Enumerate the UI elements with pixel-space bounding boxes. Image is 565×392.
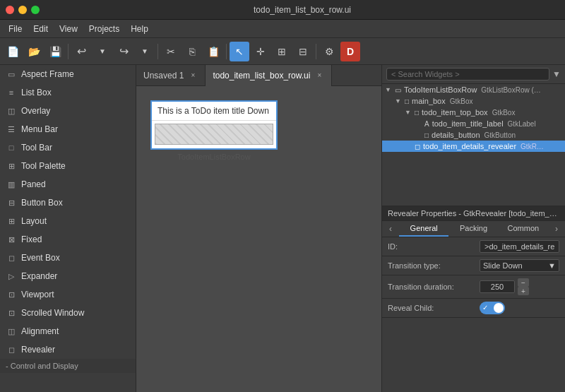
sidebar-item-event-box[interactable]: ◻ Event Box bbox=[0, 249, 136, 267]
new-icon[interactable]: 📄 bbox=[3, 42, 23, 61]
sidebar-item-label: Paned bbox=[21, 179, 46, 189]
sidebar-item-label: Tool Bar bbox=[21, 143, 52, 153]
todo-item-widget: This is a ToDo item title Down bbox=[150, 100, 278, 150]
menu-view[interactable]: View bbox=[54, 23, 83, 35]
widget-title-text: This is a ToDo item title Down bbox=[152, 102, 276, 121]
menubar: File Edit View Projects Help bbox=[0, 20, 565, 38]
props-tab-general[interactable]: General bbox=[399, 221, 448, 237]
viewport-icon: ⊡ bbox=[6, 289, 17, 300]
tab-unsaved[interactable]: Unsaved 1 × bbox=[136, 65, 206, 86]
tool-bar-icon: □ bbox=[6, 142, 17, 153]
sidebar-item-revealer[interactable]: ◻ Revealer bbox=[0, 340, 136, 359]
prop-transition-duration-label: Transition duration: bbox=[388, 283, 480, 291]
window-controls[interactable] bbox=[6, 6, 40, 14]
sidebar-item-tool-bar[interactable]: □ Tool Bar bbox=[0, 138, 136, 157]
sidebar-section-control: - Control and Display bbox=[0, 359, 136, 373]
widget-search-input[interactable] bbox=[386, 68, 549, 81]
copy-icon[interactable]: ⎘ bbox=[182, 42, 202, 61]
open-icon[interactable]: 📂 bbox=[24, 42, 44, 61]
tree-item-title-label[interactable]: A todo_item_title_label GtkLabel bbox=[382, 118, 565, 129]
tree-item-type: GtkBox bbox=[492, 109, 516, 117]
sidebar-item-label: Event Box bbox=[21, 253, 60, 263]
menu-file[interactable]: File bbox=[3, 23, 28, 35]
sidebar-item-expander[interactable]: ▷ Expander bbox=[0, 267, 136, 285]
prop-reveal-child-toggle[interactable]: ✓ bbox=[480, 302, 505, 314]
gtk-icon[interactable]: ⚙ bbox=[319, 42, 339, 61]
cut-icon[interactable]: ✂ bbox=[161, 42, 181, 61]
tree-item-name: todo_item_title_label bbox=[432, 119, 504, 128]
tree-item-revealer[interactable]: ◻ todo_item_details_revealer GtkR… bbox=[382, 141, 565, 152]
widget-tree: ▼ ▼ ▭ TodoItemListBoxRow GtkListBoxRow (… bbox=[382, 65, 565, 206]
tab-close-main[interactable]: × bbox=[314, 71, 324, 81]
tree-item-details-button[interactable]: □ details_button GtkButton bbox=[382, 129, 565, 141]
sidebar-item-menu-bar[interactable]: ☰ Menu Bar bbox=[0, 120, 136, 138]
prop-transition-duration-input[interactable] bbox=[480, 280, 515, 293]
prop-id-input[interactable] bbox=[480, 240, 559, 253]
props-tab-packing[interactable]: Packing bbox=[448, 221, 498, 237]
save-icon[interactable]: 💾 bbox=[45, 42, 65, 61]
properties-panel: Revealer Properties - GtkRevealer [todo_… bbox=[382, 206, 565, 392]
sidebar-item-fixed[interactable]: ⊠ Fixed bbox=[0, 230, 136, 249]
sidebar-item-tool-palette[interactable]: ⊞ Tool Palette bbox=[0, 157, 136, 175]
tree-arrow[interactable]: ▼ bbox=[405, 109, 413, 116]
prop-transition-type-label: Transition type: bbox=[388, 261, 480, 270]
redo-dropdown-icon[interactable]: ▼ bbox=[135, 42, 155, 61]
sidebar-item-aspect-frame[interactable]: ▭ Aspect Frame bbox=[0, 65, 136, 83]
sidebar-item-list-box[interactable]: ≡ List Box bbox=[0, 83, 136, 102]
prop-stepper: − + bbox=[518, 278, 529, 295]
menu-projects[interactable]: Projects bbox=[83, 23, 125, 35]
sidebar-item-layout[interactable]: ⊞ Layout bbox=[0, 212, 136, 230]
tab-close-unsaved[interactable]: × bbox=[188, 71, 198, 81]
widget-preview: This is a ToDo item title Down TodoItemL… bbox=[150, 100, 278, 161]
tab-label: Unsaved 1 bbox=[143, 71, 184, 81]
box-icon: □ bbox=[405, 97, 409, 105]
box-icon: □ bbox=[415, 109, 419, 117]
prop-transition-type-select[interactable]: Slide Down ▼ bbox=[480, 259, 559, 272]
props-tab-next[interactable]: › bbox=[548, 221, 565, 237]
fixed-icon: ⊠ bbox=[6, 234, 17, 245]
sidebar-item-viewport[interactable]: ⊡ Viewport bbox=[0, 285, 136, 304]
step-plus-button[interactable]: + bbox=[518, 287, 529, 295]
close-button[interactable] bbox=[6, 6, 14, 14]
overlay-icon: ◫ bbox=[6, 105, 17, 117]
widget-class-label: TodoItemListBoxRow bbox=[177, 153, 250, 161]
sidebar-item-alignment[interactable]: ◫ Alignment bbox=[0, 322, 136, 340]
tab-main-file[interactable]: todo_item_list_box_row.ui × bbox=[206, 65, 332, 86]
group-icon[interactable]: ⊞ bbox=[272, 42, 292, 61]
window-title: todo_item_list_box_row.ui bbox=[45, 5, 559, 15]
sidebar-item-label: Button Box bbox=[21, 198, 63, 208]
sidebar-item-button-box[interactable]: ⊟ Button Box bbox=[0, 194, 136, 212]
prop-id-label: ID: bbox=[388, 242, 480, 251]
minimize-button[interactable] bbox=[18, 6, 27, 14]
sidebar-item-label: List Box bbox=[21, 88, 52, 97]
tree-arrow[interactable]: ▼ bbox=[385, 86, 393, 93]
menu-bar-icon: ☰ bbox=[6, 124, 17, 135]
sidebar-item-label: Viewport bbox=[21, 290, 54, 299]
widget-striped-area bbox=[155, 124, 273, 145]
move-icon[interactable]: ✛ bbox=[251, 42, 270, 61]
select-icon[interactable]: ↖ bbox=[230, 42, 249, 61]
step-minus-button[interactable]: − bbox=[518, 278, 529, 287]
maximize-button[interactable] bbox=[31, 6, 40, 14]
tree-item-root[interactable]: ▼ ▭ TodoItemListBoxRow GtkListBoxRow (… bbox=[382, 84, 565, 95]
menu-edit[interactable]: Edit bbox=[28, 23, 54, 35]
paste-icon[interactable]: 📋 bbox=[203, 42, 223, 61]
sidebar-item-label: Overlay bbox=[21, 106, 50, 116]
tree-search-dropdown-icon[interactable]: ▼ bbox=[552, 69, 561, 79]
undo-dropdown-icon[interactable]: ▼ bbox=[93, 42, 112, 61]
tree-item-top-box[interactable]: ▼ □ todo_item_top_box GtkBox bbox=[382, 107, 565, 118]
props-tab-common[interactable]: Common bbox=[499, 221, 548, 237]
redo-icon[interactable]: ↪ bbox=[114, 42, 133, 61]
menu-help[interactable]: Help bbox=[125, 23, 154, 35]
align-icon[interactable]: ⊟ bbox=[293, 42, 313, 61]
sidebar-item-scrolled-window[interactable]: ⊡ Scrolled Window bbox=[0, 304, 136, 322]
tree-arrow[interactable]: ▼ bbox=[395, 97, 403, 105]
design-canvas[interactable]: This is a ToDo item title Down TodoItemL… bbox=[136, 86, 381, 392]
tree-item-main-box[interactable]: ▼ □ main_box GtkBox bbox=[382, 95, 565, 107]
list-box-icon: ≡ bbox=[6, 87, 17, 98]
sidebar-item-paned[interactable]: ▥ Paned bbox=[0, 175, 136, 194]
sidebar-item-overlay[interactable]: ◫ Overlay bbox=[0, 102, 136, 120]
props-tab-prev[interactable]: ‹ bbox=[382, 221, 399, 237]
debug-icon[interactable]: D bbox=[340, 42, 360, 61]
undo-icon[interactable]: ↩ bbox=[71, 42, 91, 61]
